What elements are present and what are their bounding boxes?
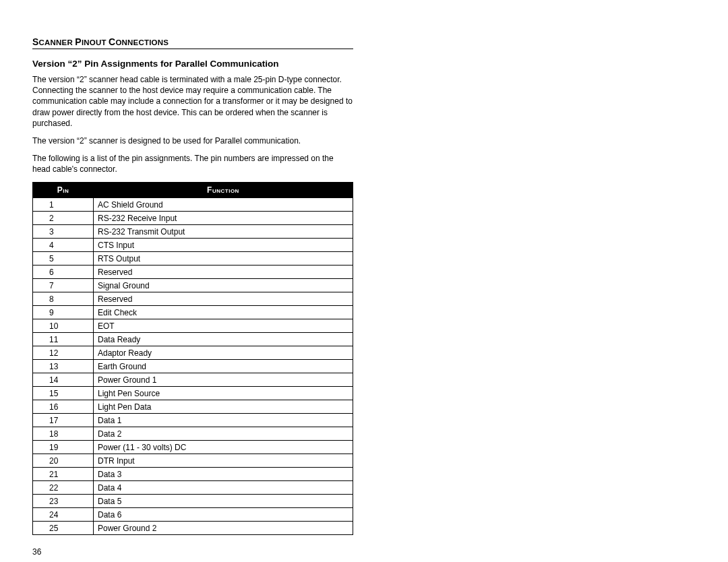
function-cell: Power Ground 2: [94, 521, 353, 534]
pin-cell: 10: [33, 319, 94, 332]
pin-assignment-table: Pin Function 1AC Shield Ground2RS-232 Re…: [32, 182, 353, 535]
paragraph-2: The version “2” scanner is designed to b…: [32, 135, 353, 146]
table-row: 7Signal Ground: [33, 278, 353, 292]
pin-cell: 7: [33, 278, 94, 292]
column-header-pin: Pin: [33, 182, 94, 197]
pin-cell: 25: [33, 521, 94, 534]
table-row: 3RS-232 Transmit Output: [33, 224, 353, 238]
table-row: 5RTS Output: [33, 251, 353, 265]
function-cell: Light Pen Source: [94, 386, 353, 400]
function-cell: Power (11 - 30 volts) DC: [94, 440, 353, 454]
paragraph-3: The following is a list of the pin assig…: [32, 153, 353, 175]
function-cell: Reserved: [94, 292, 353, 305]
pin-cell: 1: [33, 197, 94, 211]
pin-cell: 3: [33, 224, 94, 238]
pin-cell: 24: [33, 507, 94, 521]
table-row: 22Data 4: [33, 480, 353, 494]
pin-cell: 12: [33, 346, 94, 359]
pin-cell: 5: [33, 251, 94, 265]
section-header: SCANNER PINOUT CONNECTIONS: [32, 36, 353, 49]
function-cell: Earth Ground: [94, 359, 353, 373]
pin-cell: 16: [33, 400, 94, 413]
table-row: 19Power (11 - 30 volts) DC: [33, 440, 353, 454]
table-row: 15Light Pen Source: [33, 386, 353, 400]
pin-cell: 17: [33, 413, 94, 427]
paragraph-1: The version “2” scanner head cable is te…: [32, 74, 353, 129]
function-cell: Reserved: [94, 265, 353, 278]
table-row: 12Adaptor Ready: [33, 346, 353, 359]
function-cell: CTS Input: [94, 238, 353, 251]
page-number: 36: [32, 547, 353, 557]
function-cell: AC Shield Ground: [94, 197, 353, 211]
function-cell: RTS Output: [94, 251, 353, 265]
section-header-text: SCANNER PINOUT CONNECTIONS: [32, 36, 169, 47]
table-row: 25Power Ground 2: [33, 521, 353, 534]
table-header-row: Pin Function: [33, 182, 353, 197]
table-row: 8Reserved: [33, 292, 353, 305]
function-cell: EOT: [94, 319, 353, 332]
pin-cell: 4: [33, 238, 94, 251]
function-cell: Edit Check: [94, 305, 353, 319]
pin-cell: 14: [33, 373, 94, 386]
table-row: 1AC Shield Ground: [33, 197, 353, 211]
function-cell: Signal Ground: [94, 278, 353, 292]
function-cell: Data 1: [94, 413, 353, 427]
table-row: 4CTS Input: [33, 238, 353, 251]
table-row: 23Data 5: [33, 494, 353, 507]
pin-cell: 19: [33, 440, 94, 454]
document-page: SCANNER PINOUT CONNECTIONS Version “2” P…: [32, 36, 353, 557]
function-cell: Data 3: [94, 467, 353, 480]
table-row: 11Data Ready: [33, 332, 353, 346]
table-row: 18Data 2: [33, 427, 353, 440]
pin-cell: 15: [33, 386, 94, 400]
function-cell: Data 4: [94, 480, 353, 494]
pin-cell: 21: [33, 467, 94, 480]
function-cell: Power Ground 1: [94, 373, 353, 386]
table-row: 17Data 1: [33, 413, 353, 427]
pin-cell: 23: [33, 494, 94, 507]
column-header-function: Function: [94, 182, 353, 197]
table-row: 9Edit Check: [33, 305, 353, 319]
table-row: 20DTR Input: [33, 454, 353, 467]
pin-cell: 9: [33, 305, 94, 319]
pin-cell: 22: [33, 480, 94, 494]
pin-cell: 11: [33, 332, 94, 346]
function-cell: Data 5: [94, 494, 353, 507]
pin-cell: 13: [33, 359, 94, 373]
table-row: 2RS-232 Receive Input: [33, 211, 353, 224]
table-row: 13Earth Ground: [33, 359, 353, 373]
table-row: 10EOT: [33, 319, 353, 332]
pin-cell: 2: [33, 211, 94, 224]
pin-cell: 20: [33, 454, 94, 467]
function-cell: Data 2: [94, 427, 353, 440]
table-row: 6Reserved: [33, 265, 353, 278]
table-row: 24Data 6: [33, 507, 353, 521]
pin-cell: 18: [33, 427, 94, 440]
pin-cell: 8: [33, 292, 94, 305]
table-row: 21Data 3: [33, 467, 353, 480]
pin-cell: 6: [33, 265, 94, 278]
subheading: Version “2” Pin Assignments for Parallel…: [32, 59, 353, 69]
table-row: 14Power Ground 1: [33, 373, 353, 386]
function-cell: RS-232 Receive Input: [94, 211, 353, 224]
function-cell: Light Pen Data: [94, 400, 353, 413]
function-cell: RS-232 Transmit Output: [94, 224, 353, 238]
function-cell: DTR Input: [94, 454, 353, 467]
table-row: 16Light Pen Data: [33, 400, 353, 413]
function-cell: Adaptor Ready: [94, 346, 353, 359]
function-cell: Data 6: [94, 507, 353, 521]
function-cell: Data Ready: [94, 332, 353, 346]
